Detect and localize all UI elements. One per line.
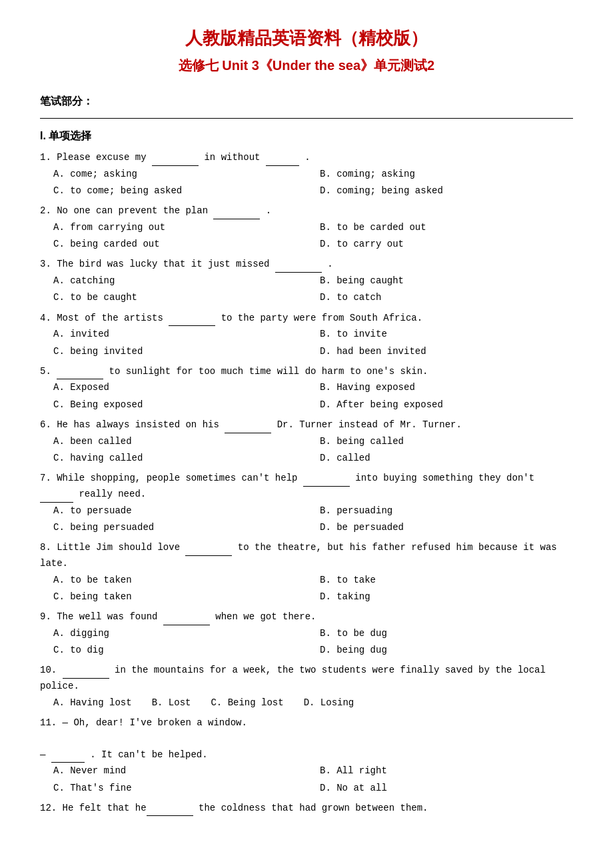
q3-optA: A. catching xyxy=(40,273,306,289)
question-11: 11. — Oh, dear! I've broken a window. — … xyxy=(40,715,573,797)
q5-optB: B. Having exposed xyxy=(306,379,573,396)
question-8: 8. Little Jim should love to the theatre… xyxy=(40,540,573,605)
q8-optA: A. to be taken xyxy=(40,572,306,589)
question-5: 5. to sunlight for too much time will do… xyxy=(40,364,573,413)
q9-stem: 9. The well was found when we got there. xyxy=(40,609,573,625)
question-6: 6. He has always insisted on his Dr. Tur… xyxy=(40,417,573,467)
q9-optC: C. to dig xyxy=(40,642,306,659)
q10-optA: A. Having lost xyxy=(53,695,132,711)
q11-stem1: 11. — Oh, dear! I've broken a window. xyxy=(40,715,573,731)
q9-optA: A. digging xyxy=(40,625,306,642)
written-section-label: 笔试部分： xyxy=(40,95,573,109)
question-4: 4. Most of the artists to the party were… xyxy=(40,311,573,360)
q8-stem: 8. Little Jim should love to the theatre… xyxy=(40,540,573,572)
q1-optC: C. to come; being asked xyxy=(40,183,306,199)
q2-optD: D. to carry out xyxy=(306,236,573,253)
q6-optA: A. been called xyxy=(40,433,306,450)
q2-stem: 2. No one can prevent the plan . xyxy=(40,203,573,219)
q7-optA: A. to persuade xyxy=(40,503,306,519)
q4-optA: A. invited xyxy=(40,326,306,343)
q6-optC: C. having called xyxy=(40,450,306,467)
q7-optD: D. be persuaded xyxy=(306,519,573,536)
q11-optA: A. Never mind xyxy=(40,763,306,779)
q11-optD: D. No at all xyxy=(306,780,573,797)
section-divider xyxy=(40,118,573,119)
q2-optA: A. from carrying out xyxy=(40,219,306,236)
q5-stem: 5. to sunlight for too much time will do… xyxy=(40,364,573,380)
question-3: 3. The bird was lucky that it just misse… xyxy=(40,257,573,306)
q4-optC: C. being invited xyxy=(40,343,306,360)
q3-stem: 3. The bird was lucky that it just misse… xyxy=(40,257,573,273)
question-10: 10. in the mountains for a week, the two… xyxy=(40,663,573,711)
q11-optB: B. All right xyxy=(306,763,573,779)
q8-optC: C. being taken xyxy=(40,589,306,605)
q11-stem2: — . It can't be helped. xyxy=(40,747,573,763)
q4-optB: B. to invite xyxy=(306,326,573,343)
q7-optC: C. being persuaded xyxy=(40,519,306,536)
q6-optB: B. being called xyxy=(306,433,573,450)
question-2: 2. No one can prevent the plan . A. from… xyxy=(40,203,573,253)
q12-stem: 12. He felt that he the coldness that ha… xyxy=(40,801,573,817)
q3-optC: C. to be caught xyxy=(40,289,306,306)
question-1: 1. Please excuse my in without . A. come… xyxy=(40,150,573,199)
q5-optD: D. After being exposed xyxy=(306,397,573,413)
q5-optC: C. Being exposed xyxy=(40,397,306,413)
q4-stem: 4. Most of the artists to the party were… xyxy=(40,311,573,327)
q10-optC: C. Being lost xyxy=(211,695,283,711)
q4-optD: D. had been invited xyxy=(306,343,573,360)
q11-optC: C. That's fine xyxy=(40,780,306,797)
q10-optD: D. Losing xyxy=(304,695,354,711)
q7-optB: B. persuading xyxy=(306,503,573,519)
q6-stem: 6. He has always insisted on his Dr. Tur… xyxy=(40,417,573,433)
q10-stem: 10. in the mountains for a week, the two… xyxy=(40,663,573,695)
q5-optA: A. Exposed xyxy=(40,379,306,396)
q6-optD: D. called xyxy=(306,450,573,467)
q7-stem: 7. While shopping, people sometimes can'… xyxy=(40,471,573,503)
q3-optB: B. being caught xyxy=(306,273,573,289)
q1-stem: 1. Please excuse my in without . xyxy=(40,150,573,166)
q2-optC: C. being carded out xyxy=(40,236,306,253)
q1-optB: B. coming; asking xyxy=(306,166,573,183)
question-12: 12. He felt that he the coldness that ha… xyxy=(40,801,573,817)
q8-optD: D. taking xyxy=(306,589,573,605)
section1-header: I. 单项选择 xyxy=(40,129,573,143)
q2-optB: B. to be carded out xyxy=(306,219,573,236)
q1-optD: D. coming; being asked xyxy=(306,183,573,199)
q8-optB: B. to take xyxy=(306,572,573,589)
question-9: 9. The well was found when we got there.… xyxy=(40,609,573,659)
main-title: 人教版精品英语资料（精校版） xyxy=(40,27,573,50)
q9-optB: B. to be dug xyxy=(306,625,573,642)
q3-optD: D. to catch xyxy=(306,289,573,306)
q10-optB: B. Lost xyxy=(152,695,191,711)
sub-title: 选修七 Unit 3《Under the sea》单元测试2 xyxy=(40,57,573,75)
question-7: 7. While shopping, people sometimes can'… xyxy=(40,471,573,536)
q1-optA: A. come; asking xyxy=(40,166,306,183)
q9-optD: D. being dug xyxy=(306,642,573,659)
